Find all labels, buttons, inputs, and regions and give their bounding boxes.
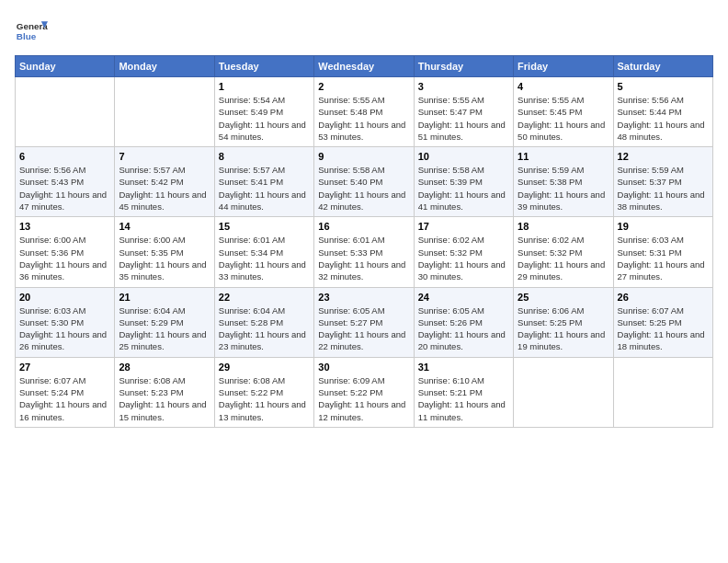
day-info: Sunrise: 6:01 AMSunset: 5:33 PMDaylight:… (318, 234, 409, 282)
day-cell: 7Sunrise: 5:57 AMSunset: 5:42 PMDaylight… (115, 147, 214, 217)
day-info: Sunrise: 6:05 AMSunset: 5:26 PMDaylight:… (418, 304, 509, 353)
weekday-header-row: SundayMondayTuesdayWednesdayThursdayFrid… (16, 56, 713, 77)
day-info: Sunrise: 6:03 AMSunset: 5:30 PMDaylight:… (19, 304, 110, 353)
day-cell: 16Sunrise: 6:01 AMSunset: 5:33 PMDayligh… (314, 217, 414, 287)
day-cell: 11Sunrise: 5:59 AMSunset: 5:38 PMDayligh… (514, 147, 613, 217)
day-number: 18 (518, 221, 609, 232)
day-cell: 27Sunrise: 6:07 AMSunset: 5:24 PMDayligh… (16, 357, 115, 427)
day-number: 31 (418, 362, 509, 373)
day-info: Sunrise: 5:55 AMSunset: 5:48 PMDaylight:… (318, 94, 409, 143)
day-info: Sunrise: 6:02 AMSunset: 5:32 PMDaylight:… (518, 234, 609, 282)
day-cell: 18Sunrise: 6:02 AMSunset: 5:32 PMDayligh… (514, 217, 613, 287)
day-info: Sunrise: 6:07 AMSunset: 5:25 PMDaylight:… (618, 304, 709, 353)
day-info: Sunrise: 6:01 AMSunset: 5:34 PMDaylight:… (219, 234, 310, 282)
day-number: 3 (418, 81, 509, 92)
week-row-4: 20Sunrise: 6:03 AMSunset: 5:30 PMDayligh… (16, 287, 713, 357)
calendar-table: SundayMondayTuesdayWednesdayThursdayFrid… (15, 55, 713, 428)
day-info: Sunrise: 5:58 AMSunset: 5:40 PMDaylight:… (318, 164, 409, 213)
day-number: 17 (418, 221, 509, 232)
day-number: 29 (219, 362, 310, 373)
day-number: 11 (518, 151, 609, 162)
day-cell: 10Sunrise: 5:58 AMSunset: 5:39 PMDayligh… (414, 147, 513, 217)
day-cell: 12Sunrise: 5:59 AMSunset: 5:37 PMDayligh… (613, 147, 712, 217)
day-cell: 14Sunrise: 6:00 AMSunset: 5:35 PMDayligh… (115, 217, 214, 287)
day-info: Sunrise: 6:05 AMSunset: 5:27 PMDaylight:… (318, 304, 409, 353)
day-info: Sunrise: 5:58 AMSunset: 5:39 PMDaylight:… (418, 164, 509, 213)
day-info: Sunrise: 6:03 AMSunset: 5:31 PMDaylight:… (618, 234, 709, 282)
day-cell (16, 77, 115, 147)
day-number: 25 (518, 292, 609, 303)
weekday-header-thursday: Thursday (414, 56, 513, 77)
day-number: 16 (318, 221, 409, 232)
week-row-5: 27Sunrise: 6:07 AMSunset: 5:24 PMDayligh… (16, 357, 713, 427)
day-info: Sunrise: 6:00 AMSunset: 5:36 PMDaylight:… (19, 234, 110, 282)
day-cell: 30Sunrise: 6:09 AMSunset: 5:22 PMDayligh… (314, 357, 414, 427)
day-info: Sunrise: 6:10 AMSunset: 5:21 PMDaylight:… (418, 374, 509, 423)
day-number: 5 (618, 81, 709, 92)
day-cell: 20Sunrise: 6:03 AMSunset: 5:30 PMDayligh… (16, 287, 115, 357)
day-info: Sunrise: 5:54 AMSunset: 5:49 PMDaylight:… (219, 94, 310, 143)
day-number: 22 (219, 292, 310, 303)
day-number: 26 (618, 292, 709, 303)
weekday-header-monday: Monday (115, 56, 214, 77)
day-number: 8 (219, 151, 310, 162)
day-cell: 22Sunrise: 6:04 AMSunset: 5:28 PMDayligh… (214, 287, 313, 357)
day-number: 21 (119, 292, 210, 303)
day-info: Sunrise: 6:02 AMSunset: 5:32 PMDaylight:… (418, 234, 509, 282)
day-cell: 3Sunrise: 5:55 AMSunset: 5:47 PMDaylight… (414, 77, 513, 147)
weekday-header-sunday: Sunday (16, 56, 115, 77)
day-cell: 24Sunrise: 6:05 AMSunset: 5:26 PMDayligh… (414, 287, 513, 357)
day-number: 23 (318, 292, 409, 303)
day-cell: 1Sunrise: 5:54 AMSunset: 5:49 PMDaylight… (214, 77, 313, 147)
day-cell (115, 77, 214, 147)
weekday-header-friday: Friday (514, 56, 613, 77)
day-cell: 15Sunrise: 6:01 AMSunset: 5:34 PMDayligh… (214, 217, 313, 287)
weekday-header-tuesday: Tuesday (214, 56, 313, 77)
day-info: Sunrise: 5:55 AMSunset: 5:47 PMDaylight:… (418, 94, 509, 143)
day-number: 15 (219, 221, 310, 232)
weekday-header-saturday: Saturday (613, 56, 712, 77)
day-number: 12 (618, 151, 709, 162)
day-cell: 8Sunrise: 5:57 AMSunset: 5:41 PMDaylight… (214, 147, 313, 217)
day-cell (514, 357, 613, 427)
day-info: Sunrise: 6:06 AMSunset: 5:25 PMDaylight:… (518, 304, 609, 353)
day-number: 30 (318, 362, 409, 373)
day-number: 14 (119, 221, 210, 232)
day-cell: 31Sunrise: 6:10 AMSunset: 5:21 PMDayligh… (414, 357, 513, 427)
day-cell: 25Sunrise: 6:06 AMSunset: 5:25 PMDayligh… (514, 287, 613, 357)
svg-text:Blue: Blue (17, 31, 37, 41)
day-cell: 5Sunrise: 5:56 AMSunset: 5:44 PMDaylight… (613, 77, 712, 147)
day-cell: 13Sunrise: 6:00 AMSunset: 5:36 PMDayligh… (16, 217, 115, 287)
day-info: Sunrise: 6:04 AMSunset: 5:29 PMDaylight:… (119, 304, 210, 353)
day-info: Sunrise: 6:09 AMSunset: 5:22 PMDaylight:… (318, 374, 409, 423)
day-cell: 26Sunrise: 6:07 AMSunset: 5:25 PMDayligh… (613, 287, 712, 357)
day-number: 1 (219, 81, 310, 92)
day-info: Sunrise: 5:56 AMSunset: 5:44 PMDaylight:… (618, 94, 709, 143)
day-number: 13 (19, 221, 110, 232)
day-info: Sunrise: 5:55 AMSunset: 5:45 PMDaylight:… (518, 94, 609, 143)
day-number: 9 (318, 151, 409, 162)
day-info: Sunrise: 5:56 AMSunset: 5:43 PMDaylight:… (19, 164, 110, 213)
logo-icon: General Blue (15, 15, 48, 48)
week-row-3: 13Sunrise: 6:00 AMSunset: 5:36 PMDayligh… (16, 217, 713, 287)
day-cell: 9Sunrise: 5:58 AMSunset: 5:40 PMDaylight… (314, 147, 414, 217)
day-cell: 29Sunrise: 6:08 AMSunset: 5:22 PMDayligh… (214, 357, 313, 427)
day-cell: 19Sunrise: 6:03 AMSunset: 5:31 PMDayligh… (613, 217, 712, 287)
day-info: Sunrise: 6:00 AMSunset: 5:35 PMDaylight:… (119, 234, 210, 282)
day-number: 19 (618, 221, 709, 232)
day-info: Sunrise: 6:08 AMSunset: 5:23 PMDaylight:… (119, 374, 210, 423)
day-info: Sunrise: 5:57 AMSunset: 5:42 PMDaylight:… (119, 164, 210, 213)
day-number: 10 (418, 151, 509, 162)
day-cell: 23Sunrise: 6:05 AMSunset: 5:27 PMDayligh… (314, 287, 414, 357)
day-cell: 4Sunrise: 5:55 AMSunset: 5:45 PMDaylight… (514, 77, 613, 147)
day-cell: 21Sunrise: 6:04 AMSunset: 5:29 PMDayligh… (115, 287, 214, 357)
day-info: Sunrise: 5:59 AMSunset: 5:38 PMDaylight:… (518, 164, 609, 213)
day-number: 6 (19, 151, 110, 162)
day-cell: 2Sunrise: 5:55 AMSunset: 5:48 PMDaylight… (314, 77, 414, 147)
day-number: 24 (418, 292, 509, 303)
day-number: 2 (318, 81, 409, 92)
week-row-1: 1Sunrise: 5:54 AMSunset: 5:49 PMDaylight… (16, 77, 713, 147)
logo: General Blue (15, 15, 48, 48)
week-row-2: 6Sunrise: 5:56 AMSunset: 5:43 PMDaylight… (16, 147, 713, 217)
day-cell (613, 357, 712, 427)
